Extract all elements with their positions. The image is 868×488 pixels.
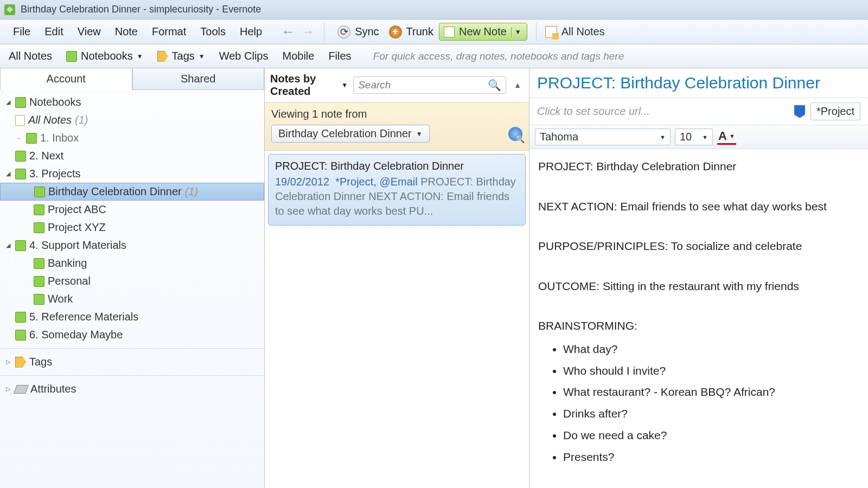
notebook-icon xyxy=(34,204,44,215)
source-url-field[interactable]: Click to set source url... xyxy=(537,105,789,118)
filter-notebooks[interactable]: Notebooks ▼ xyxy=(63,48,146,64)
notebook-icon xyxy=(34,258,44,269)
filter-webclips[interactable]: Web Clips xyxy=(216,48,272,64)
trunk-button[interactable]: + Trunk xyxy=(385,23,438,41)
font-family-select[interactable]: Tahoma ▼ xyxy=(535,129,671,145)
menu-help[interactable]: Help xyxy=(233,22,269,41)
tree-label: Tags xyxy=(29,356,52,368)
trunk-icon: + xyxy=(389,25,402,38)
tree-item-project-xyz[interactable]: Project XYZ xyxy=(0,219,264,236)
nav-back-icon[interactable]: ← xyxy=(280,24,296,40)
notebook-icon xyxy=(34,222,44,233)
sync-icon: ⟳ xyxy=(337,25,350,38)
tree-label: Notebooks xyxy=(29,96,81,108)
tree-label: Project XYZ xyxy=(48,221,106,234)
tab-shared[interactable]: Shared xyxy=(132,68,265,90)
chevron-down-icon: ▼ xyxy=(416,130,423,138)
tree-item-work[interactable]: Work xyxy=(0,290,264,308)
font-family-value: Tahoma xyxy=(540,131,578,143)
chevron-down-icon: ▼ xyxy=(702,134,708,140)
tree-tags-root[interactable]: ▷ Tags xyxy=(0,353,264,371)
tree-item-someday[interactable]: 6. Someday Maybe xyxy=(0,326,264,344)
nav-forward-icon[interactable]: → xyxy=(300,24,315,40)
tree-count: (1) xyxy=(75,114,88,126)
tree-label: Personal xyxy=(48,275,91,287)
font-color-button[interactable]: A ▼ xyxy=(717,129,736,145)
all-notes-icon xyxy=(545,26,557,38)
new-note-dropdown-icon[interactable]: ▼ xyxy=(511,27,525,37)
font-size-select[interactable]: 10 ▼ xyxy=(675,129,713,145)
note-card[interactable]: PROJECT: Birthday Celebration Dinner 19/… xyxy=(268,154,526,226)
tree-label: Birthday Celebration Dinner xyxy=(48,185,182,198)
filter-files[interactable]: Files xyxy=(325,48,354,64)
tree-label: Attributes xyxy=(30,383,76,395)
window-title: Birthday Celebration Dinner - simplecuri… xyxy=(21,4,261,15)
note-meta-row: Click to set source url... *Project xyxy=(529,98,868,125)
search-icon[interactable]: 🔍 xyxy=(488,79,501,92)
collapse-icon[interactable]: ◢ xyxy=(4,170,12,177)
filterbar: All Notes Notebooks ▼ Tags ▼ Web Clips M… xyxy=(0,44,868,68)
sort-dropdown[interactable]: Notes by Created ▼ xyxy=(270,73,348,98)
tree-item-projects[interactable]: ◢ 3. Projects xyxy=(0,165,264,183)
editor-toolbar: Tahoma ▼ 10 ▼ A ▼ xyxy=(529,125,868,149)
notebook-filter-dropdown[interactable]: Birthday Celebration Dinner ▼ xyxy=(271,125,430,143)
search-input[interactable] xyxy=(358,79,488,91)
sidebar-tree: ◢ Notebooks All Notes (1) → 1. Inbox 2. … xyxy=(0,90,264,401)
tree-item-personal[interactable]: Personal xyxy=(0,272,264,290)
menu-note[interactable]: Note xyxy=(108,22,144,41)
expand-icon[interactable]: ▷ xyxy=(4,358,12,365)
tree-item-inbox[interactable]: → 1. Inbox xyxy=(0,129,264,147)
notebook-icon xyxy=(15,97,26,108)
chevron-down-icon: ▼ xyxy=(729,133,735,139)
sync-button[interactable]: ⟳ Sync xyxy=(333,23,383,41)
note-tag-field[interactable]: *Project xyxy=(810,102,860,120)
menu-edit[interactable]: Edit xyxy=(38,22,69,41)
search-field[interactable]: 🔍 xyxy=(353,76,506,94)
new-note-button[interactable]: New Note ▼ xyxy=(439,23,527,41)
note-body[interactable]: PROJECT: Birthday Celebration Dinner NEX… xyxy=(529,149,868,476)
menu-tools[interactable]: Tools xyxy=(194,22,232,41)
expand-icon[interactable]: ▷ xyxy=(4,386,12,393)
note-card-date: 19/02/2012 xyxy=(275,176,329,188)
tree-all-notes[interactable]: All Notes (1) xyxy=(0,111,264,129)
collapse-pane-icon[interactable]: ▲ xyxy=(512,81,524,89)
list-item: Do we need a cake? xyxy=(563,426,859,446)
filter-mobile[interactable]: Mobile xyxy=(279,48,317,64)
list-item: Presents? xyxy=(563,447,859,467)
tree-notebooks-root[interactable]: ◢ Notebooks xyxy=(0,93,264,111)
body-line-purpose: PURPOSE/PRINCIPLES: To socialize and cel… xyxy=(538,236,859,256)
note-card-title: PROJECT: Birthday Celebration Dinner xyxy=(275,160,519,172)
tree-item-banking[interactable]: Banking xyxy=(0,254,264,272)
tree-item-next[interactable]: 2. Next xyxy=(0,147,264,165)
arrow-right-icon: → xyxy=(15,134,23,142)
note-title[interactable]: PROJECT: Birthday Celebration Dinner xyxy=(529,68,868,98)
tree-label: 1. Inbox xyxy=(40,132,79,144)
tree-item-birthday-dinner[interactable]: Birthday Celebration Dinner (1) xyxy=(0,183,264,201)
tree-item-project-abc[interactable]: Project ABC xyxy=(0,201,264,219)
menu-format[interactable]: Format xyxy=(145,22,193,41)
tree-item-reference[interactable]: 5. Reference Materials xyxy=(0,308,264,326)
body-line-outcome: OUTCOME: Sitting in the restaurant with … xyxy=(538,277,859,297)
viewing-filter: Viewing 1 note from Birthday Celebration… xyxy=(265,102,529,151)
menu-view[interactable]: View xyxy=(71,22,107,41)
collapse-icon[interactable]: ◢ xyxy=(4,99,12,106)
note-icon xyxy=(15,115,25,126)
chevron-down-icon: ▼ xyxy=(199,53,205,60)
tree-attributes-root[interactable]: ▷ Attributes xyxy=(0,380,264,398)
filter-all-notes[interactable]: All Notes xyxy=(5,48,55,64)
menu-file[interactable]: File xyxy=(7,22,37,41)
notebook-stack-icon xyxy=(15,169,26,179)
tab-account[interactable]: Account xyxy=(0,68,132,90)
filterbar-hint: For quick access, drag notes, notebooks … xyxy=(373,50,624,62)
body-line-project: PROJECT: Birthday Celebration Dinner xyxy=(538,157,859,177)
all-notes-button[interactable]: All Notes xyxy=(545,25,605,38)
filter-tags[interactable]: Tags ▼ xyxy=(154,48,208,64)
list-item: What day? xyxy=(563,339,859,359)
tag-icon xyxy=(157,51,168,62)
tree-item-support-materials[interactable]: ◢ 4. Support Materials xyxy=(0,236,264,254)
collapse-icon[interactable]: ◢ xyxy=(4,242,12,249)
viewing-label: Viewing 1 note from xyxy=(271,108,522,120)
note-cards: PROJECT: Birthday Celebration Dinner 19/… xyxy=(265,151,529,229)
search-web-icon[interactable] xyxy=(508,127,522,141)
tree-label: 3. Projects xyxy=(29,168,80,180)
